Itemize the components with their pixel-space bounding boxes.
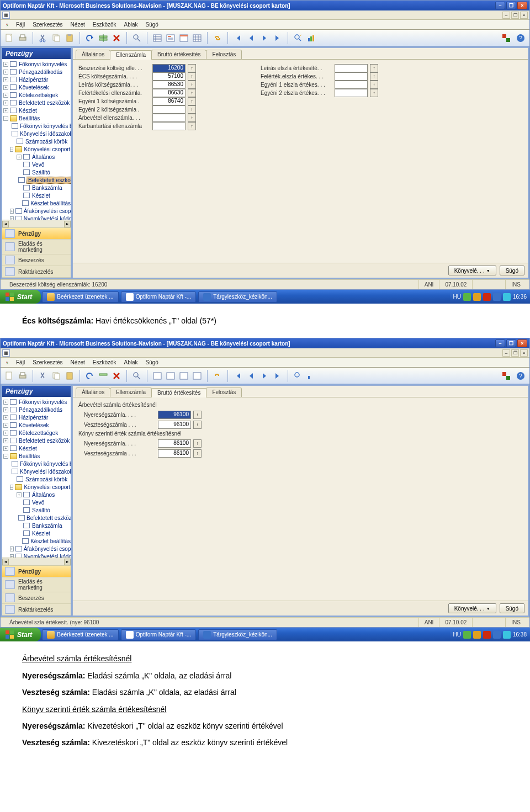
card-icon[interactable] bbox=[165, 370, 176, 381]
system-tray[interactable]: HU 16:36 bbox=[450, 290, 530, 304]
lookup-button[interactable]: ↑ bbox=[188, 114, 196, 122]
tree-node-label[interactable]: Készlet beállítás bbox=[30, 200, 71, 206]
chart-icon[interactable] bbox=[306, 33, 317, 44]
links-icon[interactable] bbox=[212, 370, 223, 381]
module-penzugy[interactable]: Pénzügy bbox=[2, 566, 71, 577]
tree-toggle[interactable]: – bbox=[3, 454, 8, 459]
minimize-button[interactable]: – bbox=[495, 339, 505, 347]
app-menu-icon[interactable] bbox=[3, 358, 12, 367]
tree-node-label[interactable]: Könyvelési csoportok bbox=[24, 146, 71, 152]
tab-altalanos[interactable]: Általános bbox=[76, 50, 110, 59]
nav-next-icon[interactable] bbox=[259, 33, 270, 44]
menu-tools[interactable]: Eszközök bbox=[89, 20, 120, 29]
lookup-button[interactable]: ↑ bbox=[188, 81, 196, 89]
tab-felosztas[interactable]: Felosztás bbox=[206, 50, 242, 59]
sheet-icon[interactable] bbox=[192, 33, 203, 44]
find-icon[interactable] bbox=[293, 33, 304, 44]
lookup-button[interactable]: ↑ bbox=[370, 64, 378, 72]
lookup-button[interactable]: ↑ bbox=[370, 81, 378, 89]
new-doc-icon[interactable] bbox=[4, 33, 15, 44]
delete-icon[interactable] bbox=[111, 370, 122, 381]
tree-toggle[interactable] bbox=[17, 193, 22, 198]
nav-tree[interactable]: +Főkönyvi könyvelés+Pénzgazdálkodás+Házi… bbox=[2, 397, 71, 558]
tree-node-label[interactable]: Készlet bbox=[32, 530, 50, 537]
tree-node-label[interactable]: Szállító bbox=[32, 507, 50, 513]
paste-icon[interactable] bbox=[64, 370, 75, 381]
account-input[interactable]: 86530 bbox=[152, 81, 186, 89]
tree-toggle[interactable]: + bbox=[10, 546, 14, 551]
tree-toggle[interactable]: + bbox=[3, 400, 8, 405]
tree-toggle[interactable] bbox=[17, 508, 22, 513]
lookup-button[interactable]: ↑ bbox=[193, 421, 202, 429]
tab-brutto[interactable]: Bruttó értékesítés bbox=[151, 388, 206, 397]
tree-node-label[interactable]: Bankszámla bbox=[32, 523, 62, 529]
account-input[interactable] bbox=[335, 89, 368, 97]
zoom-icon[interactable] bbox=[131, 33, 142, 44]
tree-toggle[interactable] bbox=[17, 201, 20, 206]
tree-toggle[interactable] bbox=[17, 162, 22, 167]
lookup-button[interactable]: ↑ bbox=[188, 89, 196, 97]
copy-icon[interactable] bbox=[51, 33, 62, 44]
mdi-close-button[interactable]: × bbox=[520, 12, 528, 19]
insert-row-icon[interactable] bbox=[98, 33, 109, 44]
tree-toggle[interactable] bbox=[10, 139, 15, 144]
tree-toggle[interactable]: – bbox=[10, 485, 13, 490]
tab-ellenszamla[interactable]: Ellenszámla bbox=[110, 388, 152, 397]
lookup-button[interactable]: ↑ bbox=[370, 72, 378, 81]
menu-help[interactable]: Súgó bbox=[142, 358, 162, 367]
chart-icon[interactable] bbox=[306, 370, 317, 381]
account-input[interactable] bbox=[152, 105, 186, 114]
tree-node-label[interactable]: Főkönyvi könyvelés b bbox=[20, 123, 71, 129]
menu-edit[interactable]: Szerkesztés bbox=[29, 358, 66, 367]
tree-node-label[interactable]: Számozási körök bbox=[25, 476, 67, 482]
lookup-button[interactable]: ↑ bbox=[193, 411, 202, 419]
lookup-button[interactable]: ↑ bbox=[193, 449, 202, 458]
menu-window[interactable]: Ablak bbox=[121, 20, 141, 29]
tab-ellenszamla[interactable]: Ellenszámla bbox=[110, 50, 152, 60]
zoom-icon[interactable] bbox=[131, 370, 142, 381]
start-button[interactable]: Start bbox=[0, 290, 41, 304]
account-input[interactable]: 86100 bbox=[158, 449, 191, 458]
tree-toggle[interactable]: + bbox=[3, 438, 8, 443]
minimize-button[interactable]: – bbox=[495, 2, 505, 9]
account-input[interactable]: 57100 bbox=[152, 72, 186, 81]
nav-first-icon[interactable] bbox=[232, 370, 243, 381]
print-icon[interactable] bbox=[17, 33, 28, 44]
cut-icon[interactable] bbox=[38, 370, 49, 381]
list-icon[interactable] bbox=[152, 370, 163, 381]
menu-window[interactable]: Ablak bbox=[121, 358, 141, 367]
nav-prev-icon[interactable] bbox=[246, 370, 257, 381]
tree-toggle[interactable]: + bbox=[10, 209, 14, 214]
tree-node-label[interactable]: Nyomkövetési kódok bbox=[24, 216, 71, 220]
tree-node-label[interactable]: Beállítás bbox=[19, 453, 40, 459]
h-scrollbar[interactable]: ◄► bbox=[2, 220, 71, 227]
navision-logo-icon[interactable] bbox=[501, 33, 512, 44]
task-outlook[interactable]: Beérkezett üzenetek ... bbox=[42, 291, 118, 302]
list-icon[interactable] bbox=[152, 33, 163, 44]
tree-node-label[interactable]: Áfakönyvelési csopor bbox=[24, 208, 71, 214]
nav-tree[interactable]: +Főkönyvi könyvelés+Pénzgazdálkodás+Házi… bbox=[2, 59, 71, 220]
tree-toggle[interactable]: + bbox=[3, 70, 8, 75]
tree-node-label[interactable]: Pénzgazdálkodás bbox=[19, 407, 62, 413]
navision-logo-icon[interactable] bbox=[501, 370, 512, 381]
tree-node-label[interactable]: Bankszámla bbox=[32, 185, 62, 191]
tree-node-label[interactable]: Követelések bbox=[19, 422, 49, 428]
lookup-button[interactable]: ↑ bbox=[193, 439, 202, 448]
account-input[interactable] bbox=[335, 64, 368, 72]
module-beszerzes[interactable]: Beszerzés bbox=[2, 592, 71, 604]
start-button[interactable]: Start bbox=[0, 628, 41, 641]
tree-toggle[interactable]: – bbox=[10, 147, 13, 152]
mdi-minimize-button[interactable]: – bbox=[502, 349, 510, 357]
tree-node-label[interactable]: Befektetett eszköz bbox=[26, 515, 71, 521]
tree-toggle[interactable] bbox=[17, 523, 22, 528]
tree-toggle[interactable]: + bbox=[3, 93, 8, 98]
mdi-minimize-button[interactable]: – bbox=[502, 12, 510, 19]
task-outlook[interactable]: Beérkezett üzenetek ... bbox=[42, 629, 118, 640]
menu-view[interactable]: Nézet bbox=[67, 358, 88, 367]
tree-toggle[interactable]: – bbox=[3, 116, 8, 121]
insert-row-icon[interactable] bbox=[98, 370, 109, 381]
card-icon[interactable] bbox=[165, 33, 176, 44]
module-penzugy[interactable]: Pénzügy bbox=[2, 228, 71, 240]
tree-toggle[interactable]: + bbox=[3, 415, 8, 420]
menu-edit[interactable]: Szerkesztés bbox=[29, 20, 66, 29]
